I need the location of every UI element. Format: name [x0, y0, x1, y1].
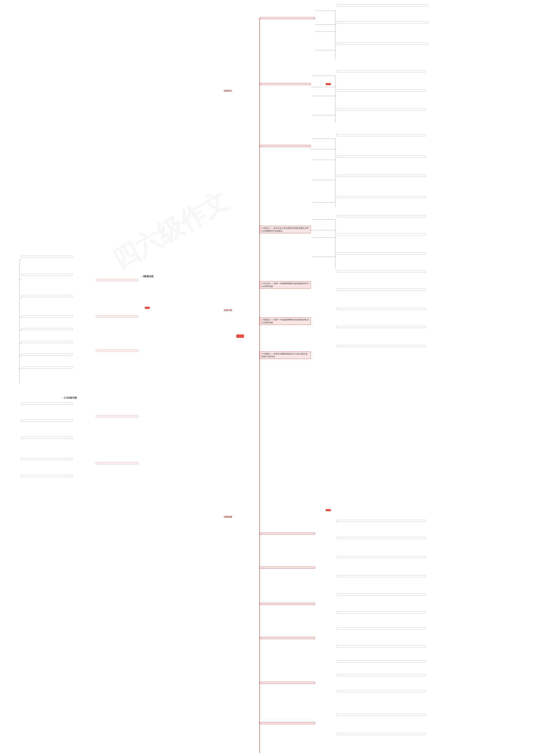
famous-ex1	[336, 215, 426, 217]
hot-topic-node	[260, 83, 311, 85]
comp-label: ←2-2比较句型	[62, 396, 77, 399]
comp-item-5	[21, 475, 72, 477]
body-item-3	[21, 295, 72, 297]
basic-analysis-node	[96, 279, 138, 281]
section-one-header	[326, 83, 331, 85]
conc-action-ex1	[336, 593, 426, 595]
conc-action-node	[260, 603, 315, 605]
conc-5m-ex2	[336, 690, 426, 692]
conc-action-ex2	[336, 611, 426, 613]
body-extra-1	[21, 315, 72, 317]
intro-ex1	[336, 4, 428, 6]
body-extra-5	[21, 366, 72, 369]
four-point-label: ←4级观点型	[141, 275, 154, 278]
body-221-node	[96, 415, 138, 418]
spine-label-body: 文章中间	[224, 309, 232, 312]
conc-conclusion-node	[260, 533, 315, 535]
conc-serious-ex2	[336, 575, 426, 577]
main-title	[236, 334, 244, 338]
body-extra-4	[21, 354, 72, 356]
conc-method-ex3	[336, 660, 426, 662]
hot-ex2	[336, 89, 426, 92]
conc-serious-node	[260, 567, 315, 569]
conc-5m-ex1	[336, 674, 426, 676]
intro-method-node	[260, 17, 315, 19]
body-item-2	[21, 274, 72, 276]
comp-item-4	[21, 458, 72, 460]
comp-item-2	[21, 420, 72, 422]
para-ex2	[336, 326, 426, 328]
comp-item-3	[21, 437, 72, 439]
intro-ex3	[336, 43, 428, 45]
conc-serious-ex1	[336, 556, 426, 558]
conc-final-ex1	[336, 714, 426, 716]
para-ex1	[336, 308, 426, 310]
spine-label-intro: 文章开头	[224, 89, 232, 92]
question-ex1	[336, 345, 426, 347]
famous-ex2	[336, 233, 426, 235]
body-212-node	[96, 315, 138, 317]
watermark: 四六级作文	[106, 183, 234, 277]
news-intro-node: 1-5引出法——先用一个新闻事情事来引发读者的共鸣,引出文章的论题	[260, 281, 311, 289]
conc-5methods-node	[260, 682, 315, 684]
famous-quote-node: 1-4列名人——先引出名人名言或者有代表性的看法,来引出文章要展开讨论的观点	[260, 226, 311, 233]
body-213-node	[96, 349, 138, 351]
para-intro-node: 1-6段落法——先用一个短短新闻事来引发读者的共鸣,引出文章的论题	[260, 317, 311, 325]
three-ex4	[336, 196, 426, 198]
conc-method-ex2	[336, 645, 426, 648]
question-node: 1-7问题法——先用引出概括提旨意见,引出自己观点,进而用于写作导语	[260, 351, 311, 359]
comp-item-1	[21, 403, 72, 405]
conc-ex2	[336, 537, 426, 539]
news-ex1	[336, 271, 426, 273]
three-ex2	[336, 156, 426, 158]
conc-method-node	[260, 637, 315, 639]
conc-final-node	[260, 722, 315, 724]
spine-label-conc: 文章结尾	[224, 516, 232, 518]
section-three-header	[326, 509, 331, 511]
conc-ex1	[336, 520, 426, 522]
three-ex3	[336, 175, 426, 177]
body-222-node	[96, 462, 138, 464]
body-extra-3	[21, 341, 72, 343]
three-ex1	[336, 134, 426, 136]
news-ex2	[336, 289, 426, 291]
intro-ex2	[336, 21, 428, 23]
body-extra-2	[21, 328, 72, 330]
hot-ex1	[336, 70, 426, 72]
conc-method-ex1	[336, 627, 426, 629]
section-two-header	[145, 307, 150, 309]
hot-ex3	[336, 109, 426, 111]
body-item-1	[21, 256, 72, 258]
conc-final-ex2	[336, 733, 426, 735]
three-point-node	[260, 145, 311, 147]
famous-ex3	[336, 252, 426, 255]
